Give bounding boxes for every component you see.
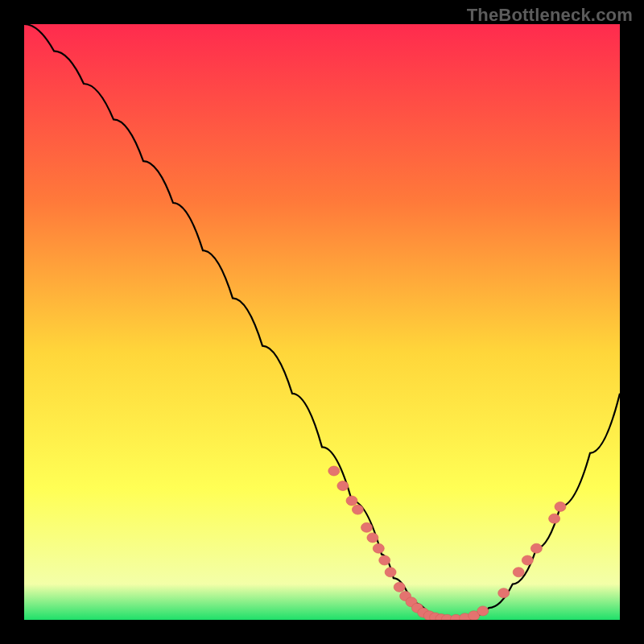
curve-dot — [373, 543, 384, 553]
curve-dot — [367, 533, 378, 543]
chart-svg — [24, 24, 620, 620]
curve-dot — [361, 522, 373, 532]
chart-container: TheBottleneck.com — [0, 0, 644, 644]
gradient-background — [24, 24, 620, 620]
curve-dot — [513, 568, 524, 577]
curve-dot — [549, 514, 560, 523]
curve-dot — [477, 606, 489, 616]
curve-dot — [394, 582, 405, 592]
watermark-text: TheBottleneck.com — [467, 5, 633, 26]
curve-dot — [530, 543, 542, 553]
curve-dot — [337, 481, 349, 491]
curve-dot — [522, 555, 533, 565]
curve-dot — [498, 588, 510, 598]
curve-dot — [352, 505, 363, 514]
curve-dot — [346, 496, 357, 506]
curve-dot — [379, 555, 390, 565]
curve-dot — [385, 568, 396, 577]
curve-dot — [328, 466, 340, 476]
plot-area — [24, 24, 620, 620]
curve-dot — [555, 502, 566, 511]
